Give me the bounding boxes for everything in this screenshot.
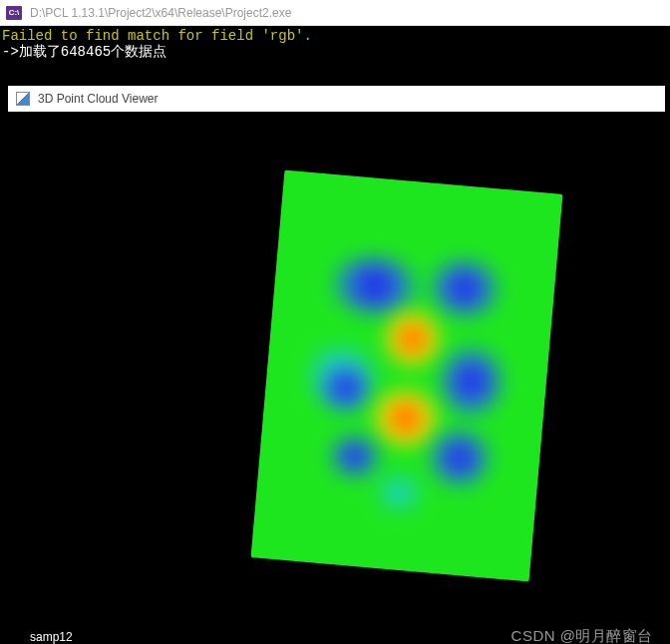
viewer-window-title: 3D Point Cloud Viewer bbox=[38, 92, 159, 106]
console-line-warning: Failed to find match for field 'rgb'. bbox=[2, 28, 668, 44]
heatmap-blob bbox=[328, 435, 381, 479]
console-output: Failed to find match for field 'rgb'. ->… bbox=[0, 26, 670, 644]
heatmap-blob bbox=[375, 474, 423, 512]
sample-label: samp12 bbox=[30, 630, 73, 644]
outer-titlebar[interactable]: C:\ D:\PCL 1.13.1\Project2\x64\Release\P… bbox=[0, 0, 670, 26]
heatmap-blob bbox=[328, 254, 422, 317]
viewer-window: 3D Point Cloud Viewer bbox=[8, 86, 665, 644]
console-window: C:\ D:\PCL 1.13.1\Project2\x64\Release\P… bbox=[0, 0, 670, 644]
heatmap-blob bbox=[428, 428, 493, 487]
pointcloud-render bbox=[251, 170, 563, 582]
viewer-canvas[interactable]: samp12 1000.1 FPS CSDN @明月醉窗台 bbox=[8, 112, 665, 644]
console-app-icon: C:\ bbox=[6, 6, 22, 20]
viewer-titlebar[interactable]: 3D Point Cloud Viewer bbox=[8, 86, 665, 112]
heatmap-blob bbox=[428, 258, 502, 319]
heatmap-blob bbox=[371, 388, 441, 448]
heatmap-blob bbox=[439, 344, 504, 419]
console-line-info: ->加载了648465个数据点 bbox=[2, 44, 668, 60]
viewer-app-icon bbox=[16, 92, 30, 106]
watermark-text: CSDN @明月醉窗台 bbox=[511, 627, 653, 644]
heatmap-blob bbox=[383, 309, 443, 369]
outer-window-title: D:\PCL 1.13.1\Project2\x64\Release\Proje… bbox=[30, 6, 291, 20]
heatmap-background bbox=[251, 170, 563, 582]
